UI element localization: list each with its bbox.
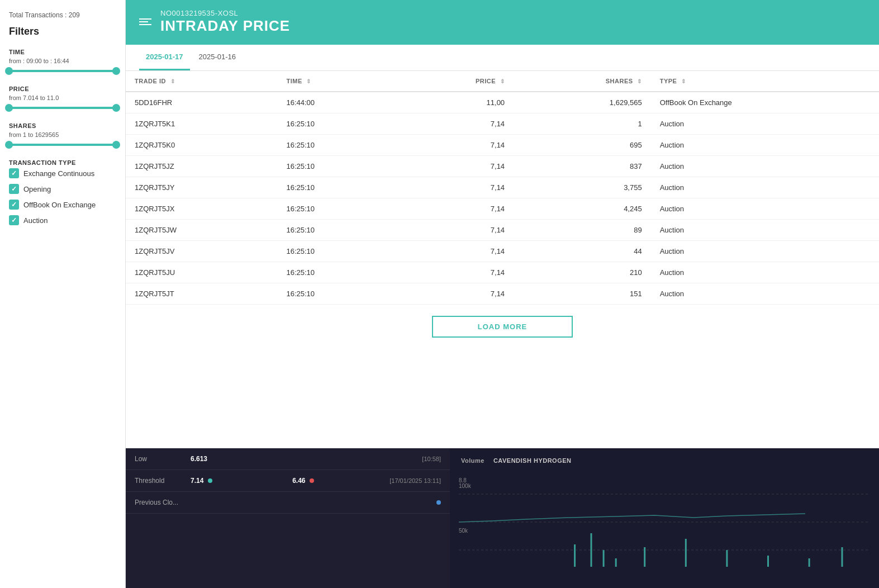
cell-type: Auction [651,283,879,305]
col-trade-id[interactable]: TRADE ID ⇕ [126,71,277,92]
threshold-red-badge [310,478,314,483]
instrument-id: NO0013219535-XOSL [160,9,290,17]
checkbox-opening[interactable] [9,184,19,194]
type-sort-icon: ⇕ [681,78,686,84]
cell-shares: 89 [514,220,651,241]
transaction-type-label: TRANSACTION TYPE [9,159,116,166]
shares-sort-icon: ⇕ [637,78,642,84]
time-slider-track[interactable] [9,70,116,72]
cell-shares: 1,629,565 [514,92,651,113]
shares-slider-left-thumb[interactable] [5,141,13,149]
table-row[interactable]: 1ZQRJT5JY 16:25:10 7,14 3,755 Auction [126,177,879,198]
checkbox-offbook-on-exchange[interactable] [9,200,19,210]
cell-trade-id: 1ZQRJT5JX [126,198,277,220]
cell-price: 7,14 [395,135,514,156]
checkbox-auction[interactable] [9,215,19,225]
price-filter-range: from 7.014 to 11.0 [9,94,116,101]
price-filter-label: PRICE [9,86,116,92]
cell-type: Auction [651,198,879,220]
cell-price: 7,14 [395,241,514,262]
previous-blue-badge [436,500,441,505]
price-slider-right-thumb[interactable] [112,104,120,112]
transaction-type-list: Exchange Continuous Opening OffBook On E… [9,168,116,225]
svg-rect-0 [574,544,576,567]
load-more-container: LOAD MORE [126,305,879,349]
checkbox-exchange-continuous[interactable] [9,168,19,178]
cell-price: 11,00 [395,92,514,113]
price-slider-track[interactable] [9,107,116,109]
svg-rect-3 [615,558,617,567]
cell-trade-id: 1ZQRJT5JY [126,177,277,198]
cell-shares: 837 [514,156,651,177]
cell-shares: 151 [514,283,651,305]
time-slider-left-thumb[interactable] [5,67,13,75]
tx-type-item-opening[interactable]: Opening [9,184,116,194]
table-row[interactable]: 1ZQRJT5JV 16:25:10 7,14 44 Auction [126,241,879,262]
stat-threshold-label: Threshold [135,477,191,485]
chart-y-50k: 50k [459,528,468,534]
chart-company-title: CAVENDISH HYDROGEN [493,457,572,464]
tx-type-label-auction: Auction [23,216,47,225]
table-area: 2025-01-17 2025-01-16 TRADE ID ⇕ TIME ⇕ … [126,45,879,448]
svg-rect-5 [685,539,687,567]
cell-time: 16:25:10 [277,113,394,135]
cell-shares: 44 [514,241,651,262]
cell-type: Auction [651,113,879,135]
cell-time: 16:25:10 [277,241,394,262]
table-row[interactable]: 5DD16FHR 16:44:00 11,00 1,629,565 OffBoo… [126,92,879,113]
chart-canvas-area: 8.8 100k 50k [454,477,875,578]
table-row[interactable]: 1ZQRJT5JT 16:25:10 7,14 151 Auction [126,283,879,305]
table-row[interactable]: 1ZQRJT5JX 16:25:10 7,14 4,245 Auction [126,198,879,220]
table-row[interactable]: 1ZQRJT5K0 16:25:10 7,14 695 Auction [126,135,879,156]
col-time[interactable]: TIME ⇕ [277,71,394,92]
chart-svg [459,477,870,567]
tx-type-item-exchange-continuous[interactable]: Exchange Continuous [9,168,116,178]
cell-shares: 3,755 [514,177,651,198]
filter-icon[interactable] [139,18,151,25]
cell-price: 7,14 [395,198,514,220]
stat-previous-label: Previous Clo... [135,499,191,506]
total-transactions: Total Transactions : 209 [9,11,116,19]
shares-slider-track[interactable] [9,144,116,146]
table-row[interactable]: 1ZQRJT5JZ 16:25:10 7,14 837 Auction [126,156,879,177]
svg-rect-6 [726,550,728,567]
load-more-button[interactable]: LOAD MORE [432,316,573,338]
trade-id-sort-icon: ⇕ [170,78,175,84]
col-type[interactable]: TYPE ⇕ [651,71,879,92]
tx-type-item-auction[interactable]: Auction [9,215,116,225]
cell-type: Auction [651,177,879,198]
shares-filter-label: SHARES [9,122,116,129]
stat-low-time: [10:58] [422,456,441,462]
tx-type-label-opening: Opening [23,185,51,193]
chart-volume-label: Volume [461,457,484,464]
cell-type: Auction [651,156,879,177]
cell-type: Auction [651,220,879,241]
cell-trade-id: 1ZQRJT5JT [126,283,277,305]
price-slider-left-thumb[interactable] [5,104,13,112]
cell-shares: 4,245 [514,198,651,220]
cell-trade-id: 1ZQRJT5K0 [126,135,277,156]
cell-type: Auction [651,241,879,262]
price-filter: PRICE from 7.014 to 11.0 [9,86,116,109]
table-row[interactable]: 1ZQRJT5JU 16:25:10 7,14 210 Auction [126,262,879,283]
col-shares[interactable]: SHARES ⇕ [514,71,651,92]
stat-threshold-value-red: 6.46 [292,477,389,485]
table-row[interactable]: 1ZQRJT5JW 16:25:10 7,14 89 Auction [126,220,879,241]
stat-row-threshold: Threshold 7.14 6.46 [17/01/2025 13:11] [126,470,450,492]
tab-2025-01-17[interactable]: 2025-01-17 [139,45,190,70]
table-body: 5DD16FHR 16:44:00 11,00 1,629,565 OffBoo… [126,92,879,305]
cell-price: 7,14 [395,220,514,241]
tx-type-item-offbook-on-exchange[interactable]: OffBook On Exchange [9,200,116,210]
shares-filter: SHARES from 1 to 1629565 [9,122,116,146]
shares-filter-range: from 1 to 1629565 [9,131,116,138]
table-row[interactable]: 1ZQRJT5K1 16:25:10 7,14 1 Auction [126,113,879,135]
main-content: NO0013219535-XOSL INTRADAY PRICE 2025-01… [126,0,879,588]
col-price[interactable]: PRICE ⇕ [395,71,514,92]
tab-2025-01-16[interactable]: 2025-01-16 [192,45,243,70]
shares-slider-right-thumb[interactable] [112,141,120,149]
stats-panel: Low 6.613 [10:58] Threshold 7.14 6.46 [1… [126,448,450,588]
cell-trade-id: 5DD16FHR [126,92,277,113]
cell-type: Auction [651,135,879,156]
cell-shares: 210 [514,262,651,283]
time-slider-right-thumb[interactable] [112,67,120,75]
